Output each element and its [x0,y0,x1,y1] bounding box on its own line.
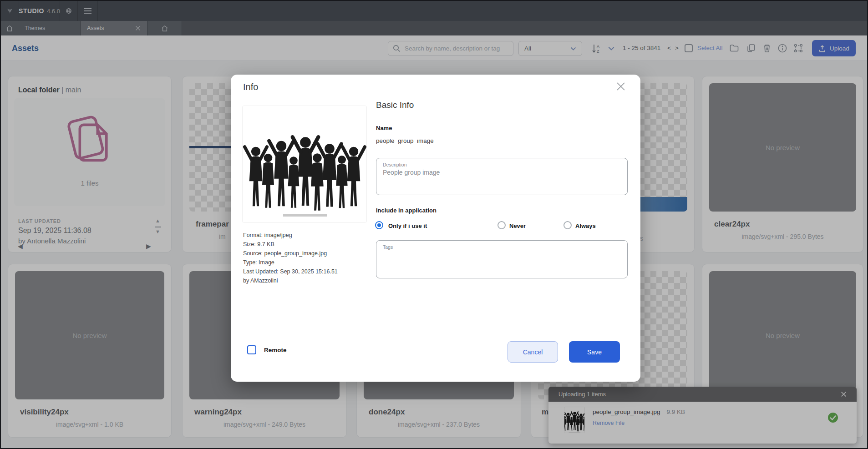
meta-source: Source: people_group_image.jpg [243,249,338,258]
remote-label[interactable]: Remote [264,347,287,353]
meta-updated-by: by AMazzolini [243,276,338,285]
app-window: STUDIO 4.6.0 GoldBank GoldBank app APP [0,0,868,449]
tags-field-label: Tags [383,244,621,250]
include-in-application-label: Include in application [376,207,437,214]
modal-title: Info [243,82,258,92]
description-field-label: Description [383,162,621,167]
meta-format: Format: image/jpeg [243,231,338,240]
name-value: people_group_image [376,137,434,144]
meta-type: Type: Image [243,258,338,267]
people-group-image [243,106,366,222]
radio-always-label[interactable]: Always [575,222,596,229]
cancel-button[interactable]: Cancel [508,341,558,363]
meta-last-updated: Last Updated: Sep 30, 2025 15:16.51 [243,267,338,276]
close-modal-button[interactable] [615,81,628,94]
radio-only-if-i-use-it[interactable] [375,221,383,229]
tags-field[interactable]: Tags [376,240,628,278]
radio-never-label[interactable]: Never [509,222,526,229]
radio-only-if-i-use-it-label[interactable]: Only if i use it [388,222,427,229]
radio-never[interactable] [497,221,506,229]
basic-info-heading: Basic Info [376,100,414,110]
name-label: Name [376,125,392,131]
save-button[interactable]: Save [569,341,620,363]
close-icon [615,81,626,92]
radio-always[interactable] [563,221,572,229]
meta-size: Size: 9.7 KB [243,240,338,249]
remote-checkbox[interactable] [247,345,256,354]
asset-metadata: Format: image/jpeg Size: 9.7 KB Source: … [243,231,338,285]
info-modal: Info [231,75,640,382]
description-field-value: People group image [383,169,621,176]
description-field[interactable]: Description People group image [376,158,628,195]
asset-preview-image [242,106,367,223]
